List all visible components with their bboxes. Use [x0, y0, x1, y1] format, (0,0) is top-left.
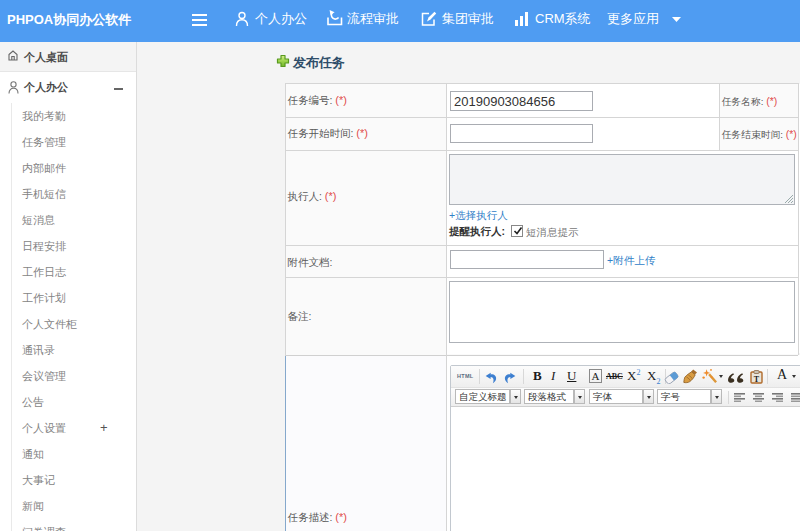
- svg-text:T: T: [754, 375, 760, 384]
